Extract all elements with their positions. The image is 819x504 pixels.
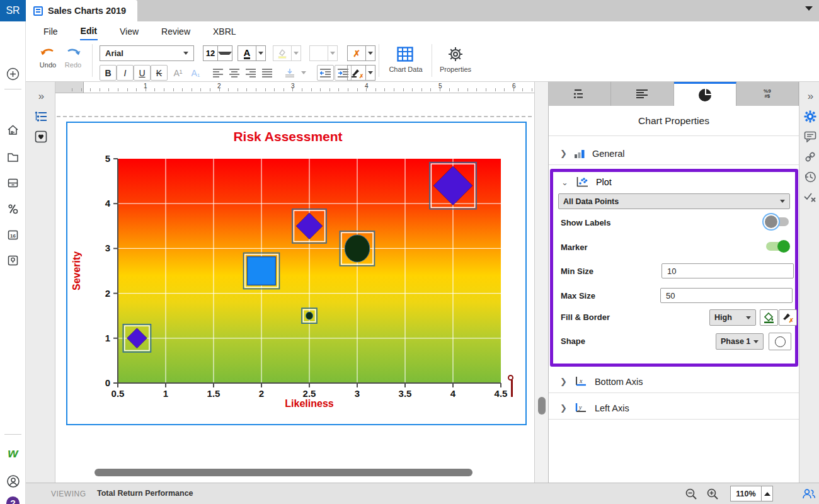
account-person-icon[interactable] <box>5 473 21 489</box>
menu-file[interactable]: File <box>43 23 59 40</box>
resize-handle[interactable] <box>511 380 513 397</box>
tab-paragraph[interactable] <box>611 82 673 106</box>
tab-number-format[interactable]: %9 #$ <box>736 82 799 106</box>
border-style-caret[interactable] <box>328 46 337 60</box>
fill-border-dropdown[interactable]: High <box>709 309 756 326</box>
section-left-axis[interactable]: ❯ y Left Axis <box>549 397 799 420</box>
align-left-button[interactable] <box>210 65 226 81</box>
menu-edit[interactable]: Edit <box>80 23 98 40</box>
font-size-caret[interactable] <box>217 46 232 60</box>
zoom-level-input[interactable] <box>731 486 761 501</box>
vertical-scrollbar-thumb[interactable] <box>538 397 546 415</box>
chart-title: Risk Assessment <box>67 129 508 144</box>
horizontal-scrollbar-thumb[interactable] <box>94 469 472 476</box>
data-scope-dropdown[interactable]: All Data Points <box>558 193 790 209</box>
menu-view[interactable]: View <box>119 23 139 40</box>
zoom-spinner-button[interactable] <box>761 486 772 501</box>
chart-data-grid-icon <box>397 47 413 62</box>
archive-drawer-icon[interactable] <box>5 175 21 191</box>
chart-selection-frame[interactable]: Risk Assessment Severity Likeliness 0123… <box>66 122 527 425</box>
chart-data-label: Chart Data <box>386 66 425 73</box>
font-family-select[interactable]: Arial <box>100 45 194 61</box>
tab-outline[interactable] <box>549 82 611 106</box>
ruler-corner <box>55 82 84 93</box>
circle-shape-icon <box>775 336 786 347</box>
highlight-caret[interactable] <box>291 46 301 60</box>
italic-button[interactable]: I <box>117 65 134 81</box>
border-clear-button[interactable]: ✗ <box>779 309 797 326</box>
ruler-number: 4 <box>365 83 369 89</box>
bold-button[interactable]: B <box>100 65 117 81</box>
link-icon[interactable] <box>802 149 818 164</box>
superscript-button[interactable]: A¹ <box>169 65 186 81</box>
collapse-panel-chevrons-icon[interactable]: » <box>802 88 818 104</box>
section-plot[interactable]: ⌄ Plot <box>561 177 612 187</box>
font-size-select[interactable]: 12 <box>203 45 232 61</box>
create-plus-icon[interactable] <box>5 66 21 82</box>
chart-data-button[interactable] <box>391 45 419 63</box>
shape-picker-button[interactable] <box>769 333 791 350</box>
font-color-button[interactable]: A <box>238 45 266 61</box>
max-size-input[interactable] <box>660 288 793 303</box>
clear-formatting-button[interactable]: ✗ <box>347 45 375 61</box>
resize-handle-knob[interactable] <box>508 375 513 381</box>
redo-button[interactable] <box>62 44 84 59</box>
chevron-down-icon: ⌄ <box>561 178 568 187</box>
vertical-scrollbar-track[interactable] <box>534 82 548 483</box>
settings-gear-icon[interactable] <box>802 108 818 124</box>
section-general[interactable]: ❯ General <box>549 142 799 165</box>
underline-button[interactable]: U <box>134 65 151 81</box>
document-page[interactable]: Risk Assessment Severity Likeliness 0123… <box>55 93 534 483</box>
comments-icon[interactable] <box>802 129 818 144</box>
zoom-in-button[interactable] <box>706 488 719 503</box>
user-avatar[interactable]: SR <box>0 0 26 21</box>
document-outline-icon[interactable] <box>33 108 49 124</box>
document-tab[interactable]: Sales Charts 2019 <box>26 0 137 21</box>
tab-bar-caret-icon[interactable] <box>805 6 813 11</box>
formula-percent-icon[interactable] <box>5 201 21 217</box>
marker-toggle[interactable] <box>766 242 789 251</box>
show-labels-toggle[interactable] <box>766 217 789 226</box>
horizontal-ruler: 123456 <box>55 82 534 93</box>
history-clock-icon[interactable] <box>802 169 818 185</box>
copy-formatting-caret[interactable] <box>365 66 375 80</box>
copy-formatting-button[interactable]: ✗ <box>347 65 375 81</box>
properties-button[interactable] <box>442 45 469 63</box>
justify-button[interactable] <box>259 65 275 81</box>
align-left-icon <box>213 69 223 77</box>
help-icon[interactable]: ? <box>6 496 20 504</box>
bookmark-heart-icon[interactable] <box>33 129 49 144</box>
align-right-button[interactable] <box>243 65 259 81</box>
menu-review[interactable]: Review <box>161 23 191 40</box>
section-bottom-axis[interactable]: ❯ x Bottom Axis <box>549 370 799 393</box>
zoom-out-button[interactable] <box>685 488 697 503</box>
border-style-button[interactable] <box>309 45 338 61</box>
shape-series-dropdown[interactable]: Phase 1 <box>716 333 764 350</box>
home-icon[interactable] <box>5 122 21 138</box>
fill-color-button[interactable] <box>760 309 778 326</box>
strikethrough-button[interactable]: K <box>151 65 168 81</box>
min-size-input[interactable] <box>662 263 794 278</box>
sidebar-divider <box>4 434 21 435</box>
chevron-down-icon <box>294 52 299 55</box>
align-center-icon <box>229 69 239 77</box>
highlight-color-button[interactable] <box>273 45 301 61</box>
risk-matrix-plot[interactable] <box>118 159 501 383</box>
undo-button[interactable] <box>37 44 59 59</box>
tab-chart-properties[interactable] <box>674 82 736 106</box>
clear-formatting-caret[interactable] <box>365 46 375 60</box>
subscript-button[interactable]: A₁ <box>187 65 204 81</box>
decrease-indent-button[interactable] <box>317 65 334 81</box>
font-color-caret[interactable] <box>256 46 265 60</box>
calendar-icon[interactable]: 16 <box>5 227 21 243</box>
vertical-align-button[interactable] <box>280 65 309 81</box>
insights-tag-icon[interactable] <box>5 253 21 268</box>
bar-chart-icon <box>575 149 585 158</box>
align-center-button[interactable] <box>226 65 243 81</box>
menu-xbrl[interactable]: XBRL <box>212 23 237 40</box>
expand-panel-chevrons-icon[interactable]: » <box>33 88 49 104</box>
files-folder-icon[interactable] <box>5 149 21 165</box>
track-changes-icon[interactable] <box>802 189 818 205</box>
vertical-align-caret[interactable] <box>299 66 308 80</box>
collaborators-button[interactable] <box>802 488 816 503</box>
